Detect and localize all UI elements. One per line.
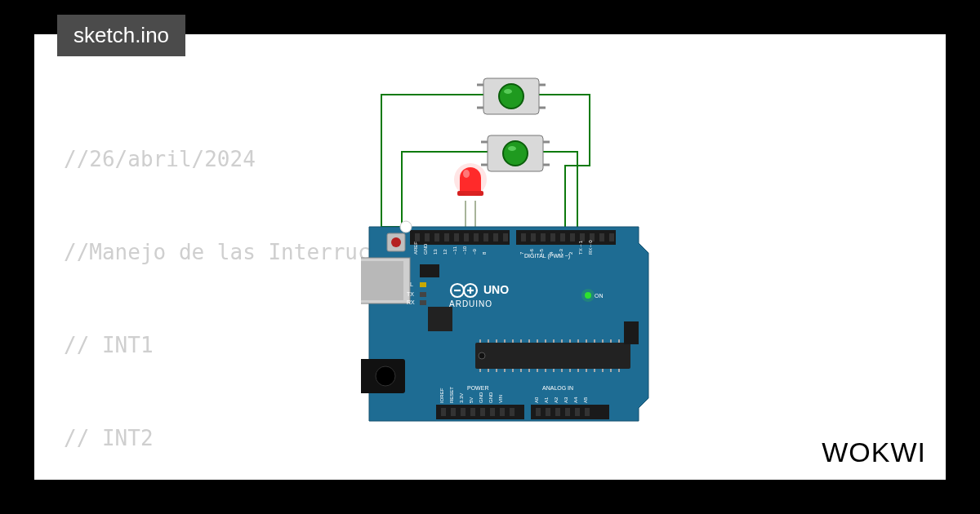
analog-label: ANALOG IN: [542, 385, 573, 391]
svg-text:RESET: RESET: [449, 387, 454, 403]
svg-text:13: 13: [433, 249, 438, 255]
svg-text:A1: A1: [544, 397, 549, 403]
svg-rect-107: [420, 300, 426, 305]
svg-rect-47: [480, 408, 485, 416]
svg-rect-39: [580, 233, 585, 241]
svg-rect-48: [490, 408, 495, 416]
svg-text:IOREF: IOREF: [439, 388, 444, 403]
svg-rect-52: [546, 408, 550, 416]
svg-rect-64: [475, 343, 630, 369]
pushbutton-1[interactable]: [477, 78, 546, 114]
red-led[interactable]: [454, 163, 487, 196]
file-tab[interactable]: sketch.ino: [57, 15, 185, 56]
svg-rect-103: [624, 321, 639, 344]
svg-text:5V: 5V: [469, 397, 474, 403]
svg-text:TX→1: TX→1: [578, 240, 583, 255]
svg-rect-23: [415, 233, 420, 241]
svg-rect-46: [470, 408, 475, 416]
l-label: L: [410, 281, 413, 287]
svg-rect-36: [550, 233, 555, 241]
svg-text:~11: ~11: [452, 246, 457, 255]
svg-rect-56: [585, 408, 590, 416]
svg-point-12: [503, 141, 528, 166]
tx-label: TX: [407, 291, 414, 297]
svg-point-62: [391, 237, 401, 247]
svg-point-101: [479, 352, 485, 359]
svg-point-13: [508, 146, 516, 151]
svg-rect-45: [461, 408, 466, 416]
svg-rect-30: [483, 233, 488, 241]
svg-rect-44: [451, 408, 456, 416]
circuit-viewer[interactable]: UNO ARDUINO DIGITAL (PWM ~) ANALOG IN PO…: [361, 55, 688, 431]
svg-rect-38: [570, 233, 575, 241]
svg-rect-53: [555, 408, 560, 416]
svg-rect-102: [420, 264, 439, 277]
svg-rect-49: [500, 408, 505, 416]
svg-rect-35: [541, 233, 546, 241]
board-name-label: UNO: [483, 283, 509, 296]
svg-rect-43: [441, 408, 446, 416]
svg-rect-24: [425, 233, 430, 241]
svg-rect-41: [599, 233, 604, 241]
svg-point-60: [376, 366, 395, 386]
svg-rect-25: [434, 233, 439, 241]
svg-point-109: [581, 289, 595, 302]
svg-rect-42: [609, 233, 614, 241]
svg-text:3.3V: 3.3V: [459, 393, 464, 403]
svg-text:GND: GND: [423, 243, 428, 255]
svg-point-6: [504, 89, 512, 94]
svg-rect-26: [444, 233, 449, 241]
svg-text:A0: A0: [534, 397, 539, 403]
svg-rect-50: [510, 408, 514, 416]
svg-text:~10: ~10: [462, 246, 467, 255]
svg-rect-34: [531, 233, 536, 241]
svg-rect-55: [575, 408, 580, 416]
svg-rect-51: [536, 408, 541, 416]
wokwi-logo: WOKWI: [822, 436, 926, 468]
svg-rect-29: [474, 233, 479, 241]
svg-rect-33: [521, 233, 526, 241]
file-tab-label: sketch.ino: [74, 23, 169, 47]
arduino-uno-board[interactable]: UNO ARDUINO DIGITAL (PWM ~) ANALOG IN PO…: [361, 221, 648, 421]
svg-text:GND: GND: [479, 392, 483, 403]
svg-rect-54: [565, 408, 570, 416]
svg-rect-28: [464, 233, 469, 241]
svg-text:A5: A5: [583, 397, 588, 403]
svg-text:~6: ~6: [529, 248, 534, 255]
svg-text:A2: A2: [554, 397, 559, 403]
svg-rect-31: [493, 233, 498, 241]
svg-text:12: 12: [443, 249, 448, 255]
svg-rect-104: [428, 307, 452, 331]
wires: [381, 95, 590, 228]
svg-rect-32: [503, 233, 508, 241]
svg-text:A4: A4: [573, 397, 578, 403]
power-label: POWER: [467, 385, 488, 391]
svg-rect-105: [420, 282, 426, 287]
svg-rect-37: [560, 233, 565, 241]
svg-point-63: [400, 221, 412, 233]
svg-text:VIN: VIN: [498, 395, 503, 403]
svg-text:A3: A3: [564, 397, 568, 403]
svg-text:GND: GND: [488, 392, 493, 403]
svg-rect-106: [420, 292, 426, 297]
on-label: ON: [595, 293, 604, 299]
svg-point-5: [499, 84, 523, 109]
svg-text:~5: ~5: [539, 248, 544, 255]
content-frame: //26/abril/2024 //Manejo de las Interruc…: [34, 34, 946, 480]
svg-point-18: [454, 163, 487, 196]
rx-label: RX: [407, 299, 415, 305]
board-brand-label: ARDUINO: [449, 299, 492, 308]
svg-text:RX←0: RX←0: [588, 240, 593, 255]
svg-text:~3: ~3: [559, 248, 564, 255]
svg-rect-58: [361, 261, 403, 300]
svg-text:~9: ~9: [472, 248, 477, 255]
pushbutton-2[interactable]: [481, 135, 550, 171]
svg-text:AREF: AREF: [413, 241, 418, 255]
svg-rect-27: [454, 233, 459, 241]
